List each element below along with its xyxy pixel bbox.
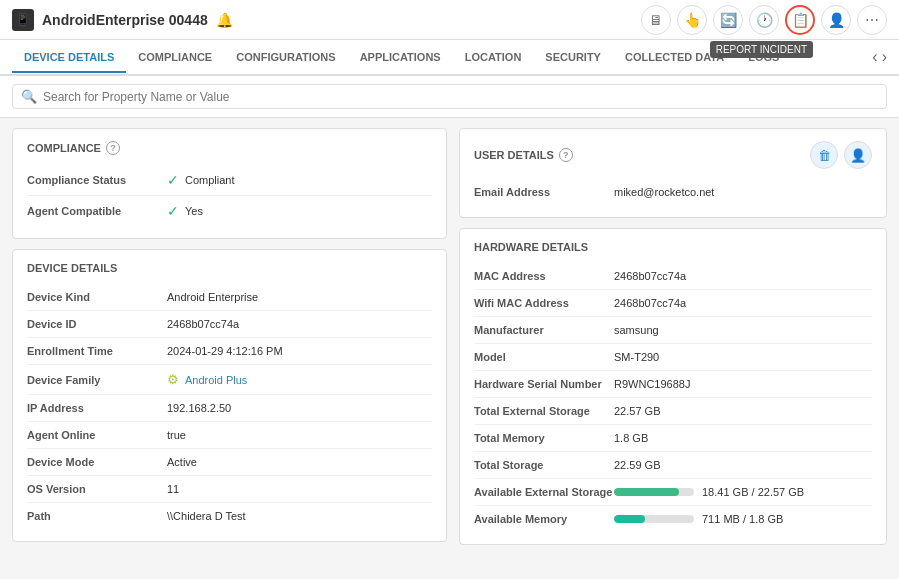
manufacturer-label: Manufacturer xyxy=(474,324,614,336)
agent-online-row: Agent Online true xyxy=(27,422,432,449)
total-storage-row: Total Storage 22.59 GB xyxy=(474,452,872,479)
total-memory-row: Total Memory 1.8 GB xyxy=(474,425,872,452)
total-memory-value: 1.8 GB xyxy=(614,432,648,444)
search-bar: 🔍 xyxy=(0,76,899,118)
memory-bar-bg xyxy=(614,515,694,523)
total-external-storage-label: Total External Storage xyxy=(474,405,614,417)
available-external-storage-row: Available External Storage 18.41 GB / 22… xyxy=(474,479,872,506)
tab-device-details[interactable]: DEVICE DETAILS xyxy=(12,43,126,73)
main-content: COMPLIANCE ? Compliance Status ✓ Complia… xyxy=(0,118,899,579)
agent-compatible-value: ✓ Yes xyxy=(167,203,203,219)
email-address-label: Email Address xyxy=(474,186,614,198)
user-details-info-icon[interactable]: ? xyxy=(559,148,573,162)
agent-check-icon: ✓ xyxy=(167,203,179,219)
mac-address-label: MAC Address xyxy=(474,270,614,282)
compliance-status-row: Compliance Status ✓ Compliant xyxy=(27,165,432,196)
path-label: Path xyxy=(27,510,167,522)
available-external-storage-value: 18.41 GB / 22.57 GB xyxy=(614,486,804,498)
manufacturer-row: Manufacturer samsung xyxy=(474,317,872,344)
fingerprint-btn[interactable]: 👆 xyxy=(677,5,707,35)
sync-icon[interactable]: 🔔 xyxy=(216,12,233,28)
memory-progress: 711 MB / 1.8 GB xyxy=(614,513,783,525)
device-details-card: DEVICE DETAILS Device Kind Android Enter… xyxy=(12,249,447,542)
header-left: 📱 AndroidEnterprise 00448 🔔 xyxy=(12,9,233,31)
agent-compatible-row: Agent Compatible ✓ Yes xyxy=(27,196,432,226)
device-mode-label: Device Mode xyxy=(27,456,167,468)
memory-text: 711 MB / 1.8 GB xyxy=(702,513,783,525)
external-storage-bar-bg xyxy=(614,488,694,496)
user-details-card: USER DETAILS ? 🗑 👤 Email Address miked@r… xyxy=(459,128,887,218)
tab-compliance[interactable]: COMPLIANCE xyxy=(126,43,224,73)
enrollment-time-label: Enrollment Time xyxy=(27,345,167,357)
available-external-storage-label: Available External Storage xyxy=(474,486,614,498)
external-storage-text: 18.41 GB / 22.57 GB xyxy=(702,486,804,498)
hardware-serial-value: R9WNC19688J xyxy=(614,378,690,390)
tab-location[interactable]: LOCATION xyxy=(453,43,534,73)
device-family-label: Device Family xyxy=(27,374,167,386)
monitor-btn[interactable]: 🖥 xyxy=(641,5,671,35)
tab-prev-btn[interactable]: ‹ xyxy=(872,48,877,66)
os-version-row: OS Version 11 xyxy=(27,476,432,503)
enrollment-time-row: Enrollment Time 2024-01-29 4:12:16 PM xyxy=(27,338,432,365)
device-icon: 📱 xyxy=(12,9,34,31)
history-btn[interactable]: 🕐 xyxy=(749,5,779,35)
tab-applications[interactable]: APPLICATIONS xyxy=(348,43,453,73)
android-icon: ⚙ xyxy=(167,372,179,387)
device-id-row: Device ID 2468b07cc74a xyxy=(27,311,432,338)
hardware-details-title: HARDWARE DETAILS xyxy=(474,241,872,253)
device-kind-row: Device Kind Android Enterprise xyxy=(27,284,432,311)
total-external-storage-row: Total External Storage 22.57 GB xyxy=(474,398,872,425)
external-storage-progress: 18.41 GB / 22.57 GB xyxy=(614,486,804,498)
report-tooltip: REPORT INCIDENT xyxy=(710,41,813,58)
ip-address-value: 192.168.2.50 xyxy=(167,402,231,414)
report-btn[interactable]: 📋 REPORT INCIDENT xyxy=(785,5,815,35)
tab-security[interactable]: SECURITY xyxy=(533,43,613,73)
user-details-title: USER DETAILS ? xyxy=(474,148,573,162)
more-btn[interactable]: ⋯ xyxy=(857,5,887,35)
wifi-mac-address-value: 2468b07cc74a xyxy=(614,297,686,309)
tab-next-btn[interactable]: › xyxy=(882,48,887,66)
agent-online-value: true xyxy=(167,429,186,441)
device-title: AndroidEnterprise 00448 xyxy=(42,12,208,28)
memory-bar-fill xyxy=(614,515,645,523)
os-version-value: 11 xyxy=(167,483,179,495)
hardware-serial-row: Hardware Serial Number R9WNC19688J xyxy=(474,371,872,398)
agent-online-label: Agent Online xyxy=(27,429,167,441)
device-family-value: ⚙ Android Plus xyxy=(167,372,247,387)
user-details-header: USER DETAILS ? 🗑 👤 xyxy=(474,141,872,169)
mac-address-value: 2468b07cc74a xyxy=(614,270,686,282)
search-input[interactable] xyxy=(43,90,878,104)
model-label: Model xyxy=(474,351,614,363)
device-mode-row: Device Mode Active xyxy=(27,449,432,476)
model-row: Model SM-T290 xyxy=(474,344,872,371)
user-btn[interactable]: 👤 xyxy=(821,5,851,35)
total-storage-value: 22.59 GB xyxy=(614,459,660,471)
enrollment-time-value: 2024-01-29 4:12:16 PM xyxy=(167,345,283,357)
manufacturer-value: samsung xyxy=(614,324,659,336)
device-details-card-title: DEVICE DETAILS xyxy=(27,262,432,274)
tab-configurations[interactable]: CONFIGURATIONS xyxy=(224,43,347,73)
hardware-serial-label: Hardware Serial Number xyxy=(474,378,614,390)
wifi-mac-address-label: Wifi MAC Address xyxy=(474,297,614,309)
compliance-card-title: COMPLIANCE ? xyxy=(27,141,432,155)
total-external-storage-value: 22.57 GB xyxy=(614,405,660,417)
edit-user-btn[interactable]: 👤 xyxy=(844,141,872,169)
user-details-actions: 🗑 👤 xyxy=(810,141,872,169)
device-id-value: 2468b07cc74a xyxy=(167,318,239,330)
refresh-btn[interactable]: 🔄 xyxy=(713,5,743,35)
compliance-info-icon[interactable]: ? xyxy=(106,141,120,155)
ip-address-row: IP Address 192.168.2.50 xyxy=(27,395,432,422)
header-right: 🖥 👆 🔄 🕐 📋 REPORT INCIDENT 👤 ⋯ xyxy=(641,5,887,35)
delete-user-btn[interactable]: 🗑 xyxy=(810,141,838,169)
mac-address-row: MAC Address 2468b07cc74a xyxy=(474,263,872,290)
device-family-row: Device Family ⚙ Android Plus xyxy=(27,365,432,395)
device-id-label: Device ID xyxy=(27,318,167,330)
available-memory-value: 711 MB / 1.8 GB xyxy=(614,513,783,525)
right-panel: USER DETAILS ? 🗑 👤 Email Address miked@r… xyxy=(459,128,887,571)
external-storage-bar-fill xyxy=(614,488,679,496)
available-memory-row: Available Memory 711 MB / 1.8 GB xyxy=(474,506,872,532)
hardware-details-card: HARDWARE DETAILS MAC Address 2468b07cc74… xyxy=(459,228,887,545)
compliance-status-value: ✓ Compliant xyxy=(167,172,235,188)
email-address-value: miked@rocketco.net xyxy=(614,186,714,198)
model-value: SM-T290 xyxy=(614,351,659,363)
